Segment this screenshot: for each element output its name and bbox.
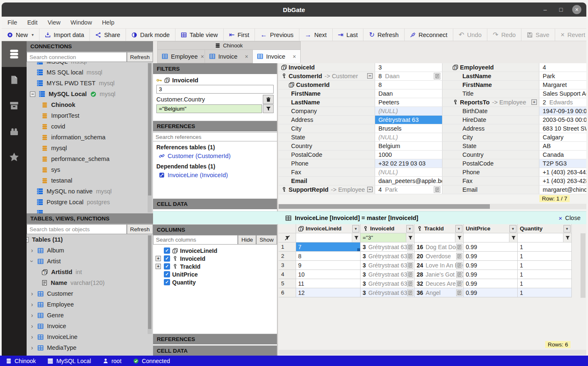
form-value[interactable]: 2003-05-03 00:00:00 xyxy=(539,116,586,124)
form-value[interactable]: +32 02 219 03 03 xyxy=(375,159,442,168)
form-value[interactable]: Margaret xyxy=(539,81,586,89)
cell-fk[interactable]: 20Overdose xyxy=(415,252,464,261)
import-data-button[interactable]: Import data xyxy=(40,29,90,41)
column-menu-button[interactable]: ▾ xyxy=(406,225,413,232)
funnel-button[interactable] xyxy=(406,233,414,242)
database-item-chinook[interactable]: Chinook xyxy=(27,99,153,110)
close-button[interactable]: × xyxy=(572,5,581,14)
open-record-button[interactable] xyxy=(434,186,440,193)
form-value[interactable]: +1 (403) 263-4423 xyxy=(539,168,586,176)
open-record-button[interactable] xyxy=(456,262,462,269)
open-record-button[interactable] xyxy=(407,289,413,296)
cell[interactable]: 1 xyxy=(518,270,572,279)
cell-fk[interactable]: 36Angel xyxy=(415,288,464,297)
form-label[interactable]: Title xyxy=(442,89,539,98)
form-label[interactable]: Email xyxy=(279,177,375,185)
open-record-button[interactable] xyxy=(456,289,462,296)
tables-refresh-button[interactable]: Refresh xyxy=(127,224,153,234)
funnel-button[interactable] xyxy=(563,233,571,242)
chevron-right-icon[interactable]: › xyxy=(30,344,34,351)
connections-refresh-button[interactable]: Refresh xyxy=(127,52,153,62)
row-number[interactable]: 2 xyxy=(279,252,296,261)
table-item-mediatype[interactable]: ›MediaType xyxy=(27,342,153,353)
undo-button[interactable]: ↶Undo xyxy=(453,29,487,41)
open-record-button[interactable] xyxy=(456,271,462,278)
connections-scrollbar[interactable] xyxy=(148,63,152,213)
search-references-input[interactable] xyxy=(153,132,277,141)
form-value[interactable]: (NULL) xyxy=(375,168,442,176)
form-horizontal-scrollbar[interactable] xyxy=(279,204,586,209)
previous-button[interactable]: ←Previous xyxy=(255,29,299,41)
database-item[interactable]: sys xyxy=(27,164,153,175)
minimize-button[interactable]: – xyxy=(541,6,550,13)
form-value[interactable]: Calgary xyxy=(539,133,586,141)
form-label[interactable]: Email xyxy=(442,185,539,194)
cell-selected[interactable]: 7 xyxy=(296,242,361,252)
filter-country-input[interactable] xyxy=(156,104,262,113)
connection-item[interactable]: MySQL no nativemysql xyxy=(27,186,153,197)
database-item[interactable]: performance_schema xyxy=(27,153,153,164)
expand-icon[interactable]: + xyxy=(156,256,161,261)
reference-link-customer[interactable]: Customer (CustomerId) xyxy=(153,151,277,161)
expand-icon[interactable]: + xyxy=(156,264,161,269)
chevron-down-icon[interactable]: › xyxy=(29,259,35,263)
cell[interactable]: 0.99 xyxy=(464,261,518,270)
open-record-button[interactable] xyxy=(456,280,462,287)
chevron-right-icon[interactable]: › xyxy=(30,290,34,297)
col-header-unitprice[interactable]: UnitPrice▾ xyxy=(464,224,518,233)
form-value[interactable]: 683 10 Street SW xyxy=(539,124,586,133)
cell[interactable]: 0.99 xyxy=(464,288,518,297)
checkbox-checked[interactable]: ✓ xyxy=(164,263,170,270)
connection-item[interactable]: MYSL PWD TESTmysql xyxy=(27,78,153,89)
remove-filter-button[interactable] xyxy=(263,95,274,104)
table-item-employee[interactable]: ›Employee xyxy=(27,299,153,310)
cell-fk[interactable]: 32Deuces Are Wild xyxy=(415,279,464,288)
chevron-right-icon[interactable]: › xyxy=(30,312,34,319)
nav-plugins[interactable] xyxy=(2,119,27,144)
cell-fk[interactable]: 3Grétrystraat 63 xyxy=(361,242,415,252)
row-number[interactable]: 3 xyxy=(279,261,296,270)
cell[interactable]: 1 xyxy=(518,288,572,297)
cell[interactable]: 0.99 xyxy=(464,279,518,288)
cell[interactable]: 8 xyxy=(296,252,361,261)
chevron-right-icon[interactable]: › xyxy=(30,323,34,329)
search-columns-input[interactable] xyxy=(153,235,238,245)
open-record-button[interactable] xyxy=(407,253,413,260)
form-value[interactable]: (NULL) xyxy=(375,133,442,141)
form-label[interactable]: Phone xyxy=(442,168,539,176)
nav-connections[interactable] xyxy=(2,41,27,67)
col-header-trackid[interactable]: TrackId▾ xyxy=(415,224,464,233)
form-label[interactable]: City xyxy=(279,124,375,133)
save-button[interactable]: Save xyxy=(521,29,555,41)
form-value[interactable]: Sales Support Agent xyxy=(539,89,586,98)
connection-item[interactable]: MSSQLmssql xyxy=(27,62,153,67)
chevron-right-icon[interactable]: › xyxy=(30,247,34,254)
search-tables-input[interactable] xyxy=(27,224,127,234)
redo-button[interactable]: ↷Redo xyxy=(487,29,521,41)
form-value[interactable]: Park xyxy=(539,72,586,80)
form-label[interactable]: LastName xyxy=(279,98,375,106)
database-item[interactable]: mysql xyxy=(27,143,153,153)
table-item-customer[interactable]: ›Customer xyxy=(27,288,153,299)
cell[interactable]: 9 xyxy=(296,261,361,270)
connection-item[interactable]: Postgre Localpostgres xyxy=(27,197,153,208)
status-connection[interactable]: MySQL Local xyxy=(47,358,91,364)
row-number[interactable]: 5 xyxy=(279,279,296,288)
form-label[interactable]: BirthDate xyxy=(442,107,539,115)
close-icon[interactable]: × xyxy=(245,53,248,60)
column-menu-button[interactable]: ▾ xyxy=(509,225,516,232)
form-label[interactable]: PostalCode xyxy=(279,151,375,159)
table-item-artist[interactable]: ›Artist xyxy=(27,256,153,267)
form-label[interactable]: PostalCode xyxy=(442,159,539,168)
selection-handle[interactable] xyxy=(357,248,360,251)
cell-data-header-2[interactable]: CELL DATA xyxy=(153,345,277,356)
filter-cell-quantity[interactable] xyxy=(518,233,572,242)
cell-fk[interactable]: 3Grétrystraat 63 xyxy=(361,252,415,261)
form-label[interactable]: Phone xyxy=(279,159,375,168)
form-label[interactable]: Fax xyxy=(442,177,539,185)
column-check-invoiceid[interactable]: +✓InvoiceId xyxy=(153,255,277,262)
form-label[interactable]: LastName xyxy=(442,72,539,80)
table-item-genre[interactable]: ›Genre xyxy=(27,310,153,321)
filters-header[interactable]: FILTERS xyxy=(153,63,277,74)
form-value[interactable]: margaret@chinookcorp.com xyxy=(539,185,586,194)
